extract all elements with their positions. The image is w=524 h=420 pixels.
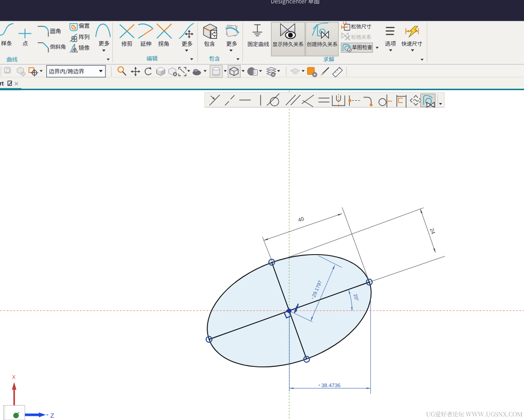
svg-text:* 38.4736: * 38.4736 [319,383,340,388]
svg-text:X: X [12,374,16,380]
svg-text:Z: Z [50,412,54,419]
svg-text:rt: rt [0,80,4,87]
